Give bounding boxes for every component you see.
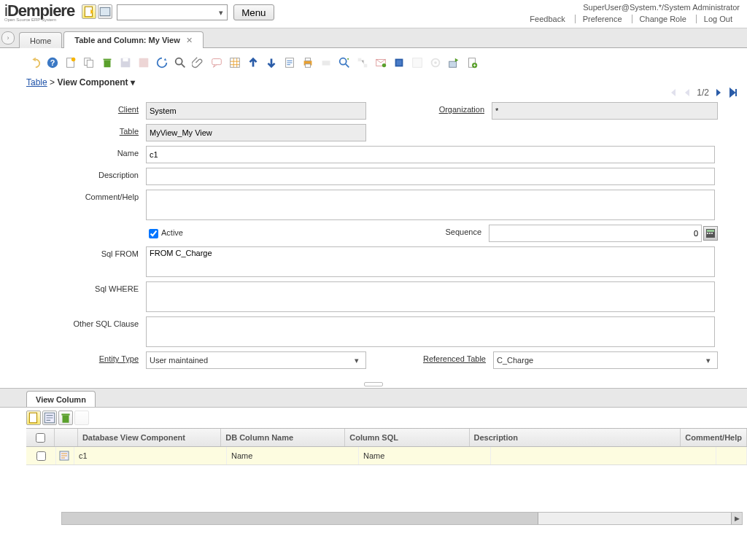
svg-rect-10 [104,60,111,67]
grid-row-select[interactable] [36,451,46,461]
svg-rect-37 [707,233,708,234]
help-icon[interactable]: ? [44,55,61,71]
nav-prev-icon[interactable] [682,88,692,98]
col-desc[interactable]: Description [470,429,681,446]
link-logout[interactable]: Log Out [696,15,740,23]
label-organization: Organization [426,102,492,114]
detail-edit-icon[interactable] [42,411,57,425]
field-sql-where[interactable] [146,281,715,312]
tab-home[interactable]: Home [19,32,62,48]
grid-body-empty [26,465,747,512]
svg-rect-20 [305,58,310,61]
label-ref-table: Referenced Table [406,351,493,363]
detail-delete-icon[interactable] [58,411,73,425]
parent-record-icon[interactable] [245,55,261,71]
grid-toggle-icon[interactable] [227,55,243,71]
cancel-icon[interactable] [136,55,152,71]
export-icon[interactable] [446,55,462,71]
workflow-icon[interactable] [355,55,371,71]
copy-icon[interactable] [81,55,97,71]
zoom-across-icon[interactable] [336,55,352,71]
field-ref-table[interactable]: C_Charge▾ [493,351,718,369]
breadcrumb-current: View Component ▾ [57,77,134,88]
window-tabbar: › Home Table and Column: My View✕ [0,28,747,48]
svg-rect-36 [707,230,714,232]
svg-rect-42 [63,416,69,423]
field-sql-from[interactable]: FROM C_Charge [146,246,715,277]
undo-icon[interactable] [26,55,42,71]
grid-hscrollbar[interactable]: ◀ ▶ [61,512,743,525]
cell-dvc: c1 [74,447,227,464]
field-description[interactable] [146,168,715,185]
chat-icon[interactable] [209,55,225,71]
print-icon[interactable] [300,55,316,71]
detail-save-icon [74,411,89,425]
row-edit-icon[interactable] [59,451,69,461]
detail-new-icon[interactable] [26,411,41,425]
checkbox-active-input[interactable] [149,229,158,238]
label-client: Client [29,102,146,114]
col-colsql[interactable]: Column SQL [345,429,469,446]
sidebar-toggle-icon[interactable]: › [1,31,15,44]
field-entity-type[interactable]: User maintained▾ [146,351,366,369]
calculator-icon[interactable] [703,226,718,241]
svg-rect-14 [139,58,149,68]
link-feedback[interactable]: Feedback [522,15,572,23]
menu-button[interactable]: Menu [233,4,274,20]
cell-dbcol: Name [227,447,359,464]
report-icon[interactable] [282,55,298,71]
grid-select-all[interactable] [36,433,45,443]
breadcrumb-root[interactable]: Table [26,77,47,88]
col-dbcol[interactable]: DB Column Name [221,429,345,446]
col-comment[interactable]: Comment/Help [681,429,747,446]
svg-rect-28 [396,60,401,65]
splitter-handle[interactable] [0,381,747,388]
new-record-icon[interactable] [82,4,96,19]
tab-close-icon[interactable]: ✕ [186,36,193,44]
field-name[interactable] [146,146,715,163]
svg-rect-16 [212,59,222,65]
file-import-icon[interactable] [464,55,480,71]
nav-first-icon[interactable] [667,88,678,98]
process-icon[interactable] [427,55,444,71]
nav-last-icon[interactable] [728,88,738,98]
detail-record-icon[interactable] [263,55,279,71]
label-sql-from: Sql FROM [29,246,146,258]
field-other-sql[interactable] [146,316,715,347]
svg-rect-32 [449,61,457,67]
link-change-role[interactable]: Change Role [632,15,694,23]
save-icon[interactable] [117,55,133,71]
nav-next-icon[interactable] [713,88,724,98]
field-entity-type-value: User maintained [150,356,351,365]
request-icon[interactable] [373,55,389,71]
svg-rect-21 [305,64,310,68]
col-dvc[interactable]: Database View Component [78,429,221,446]
customize-icon[interactable] [409,55,425,71]
refresh-icon[interactable] [154,55,170,71]
delete-icon[interactable] [99,55,115,71]
label-name: Name [29,146,146,158]
tab-view-column[interactable]: View Column [26,391,96,407]
label-description: Description [29,168,146,179]
grid-row[interactable]: c1 Name Name [26,447,747,465]
find-icon[interactable] [172,55,188,71]
field-comment[interactable] [146,190,715,220]
svg-rect-43 [61,413,69,415]
print-preview-icon[interactable] [318,55,334,71]
scroll-right-icon[interactable]: ▶ [731,513,742,524]
svg-point-31 [434,61,437,64]
checkbox-active[interactable]: Active [146,225,183,241]
field-sequence[interactable] [489,225,702,242]
svg-rect-25 [364,64,368,68]
checkbox-active-label: Active [161,228,183,237]
link-preference[interactable]: Preference [575,15,630,23]
new-icon[interactable] [63,55,79,71]
global-search-combo[interactable]: ▾ [117,4,228,20]
breadcrumb-sep: > [50,77,57,88]
scroll-thumb[interactable] [62,513,538,524]
open-window-icon[interactable] [98,4,112,19]
archive-icon[interactable] [391,55,407,71]
attachment-icon[interactable] [190,55,206,71]
tab-table-column[interactable]: Table and Column: My View✕ [63,31,203,48]
brand-logo: iDempiere Open Source ERP System [0,0,82,22]
